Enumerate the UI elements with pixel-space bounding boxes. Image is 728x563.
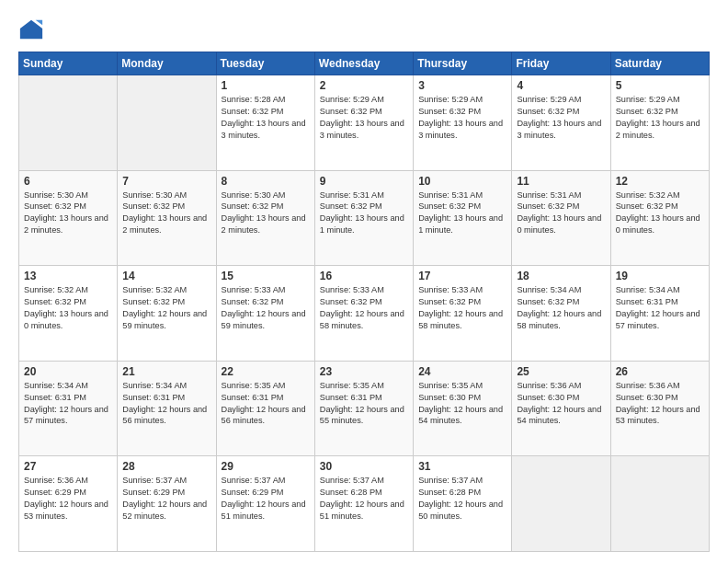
calendar-cell: 25Sunrise: 5:36 AM Sunset: 6:30 PM Dayli… <box>512 361 610 456</box>
day-info: Sunrise: 5:33 AM Sunset: 6:32 PM Dayligh… <box>222 284 311 332</box>
header-day: Wednesday <box>314 52 413 75</box>
calendar-cell: 26Sunrise: 5:36 AM Sunset: 6:30 PM Dayli… <box>610 361 709 456</box>
day-number: 26 <box>616 365 705 378</box>
day-number: 9 <box>320 175 409 188</box>
calendar: SundayMondayTuesdayWednesdayThursdayFrid… <box>18 52 710 552</box>
day-info: Sunrise: 5:32 AM Sunset: 6:32 PM Dayligh… <box>122 284 211 332</box>
page: SundayMondayTuesdayWednesdayThursdayFrid… <box>0 0 728 563</box>
day-number: 30 <box>320 460 409 473</box>
calendar-cell: 22Sunrise: 5:35 AM Sunset: 6:31 PM Dayli… <box>216 361 314 456</box>
day-number: 28 <box>122 460 211 473</box>
calendar-cell: 16Sunrise: 5:33 AM Sunset: 6:32 PM Dayli… <box>314 266 413 362</box>
day-number: 4 <box>517 79 606 92</box>
day-number: 18 <box>517 270 606 282</box>
day-info: Sunrise: 5:37 AM Sunset: 6:29 PM Dayligh… <box>122 475 211 523</box>
header-day: Sunday <box>19 52 118 75</box>
day-info: Sunrise: 5:29 AM Sunset: 6:32 PM Dayligh… <box>418 94 507 142</box>
day-number: 7 <box>122 175 211 188</box>
day-info: Sunrise: 5:35 AM Sunset: 6:30 PM Dayligh… <box>418 380 507 428</box>
day-info: Sunrise: 5:36 AM Sunset: 6:29 PM Dayligh… <box>24 475 113 523</box>
day-info: Sunrise: 5:37 AM Sunset: 6:29 PM Dayligh… <box>222 475 311 523</box>
header-row: SundayMondayTuesdayWednesdayThursdayFrid… <box>19 52 710 75</box>
day-number: 19 <box>616 270 705 282</box>
day-number: 29 <box>222 460 311 473</box>
calendar-cell: 4Sunrise: 5:29 AM Sunset: 6:32 PM Daylig… <box>512 75 610 171</box>
calendar-cell: 23Sunrise: 5:35 AM Sunset: 6:31 PM Dayli… <box>314 361 413 456</box>
day-number: 25 <box>517 365 606 378</box>
day-number: 23 <box>320 365 409 378</box>
day-info: Sunrise: 5:37 AM Sunset: 6:28 PM Dayligh… <box>320 475 409 523</box>
calendar-cell <box>118 75 216 171</box>
day-info: Sunrise: 5:31 AM Sunset: 6:32 PM Dayligh… <box>320 190 409 237</box>
day-info: Sunrise: 5:31 AM Sunset: 6:32 PM Dayligh… <box>418 190 507 237</box>
day-number: 20 <box>24 365 113 378</box>
day-number: 24 <box>418 365 507 378</box>
day-info: Sunrise: 5:29 AM Sunset: 6:32 PM Dayligh… <box>616 94 705 142</box>
calendar-cell: 20Sunrise: 5:34 AM Sunset: 6:31 PM Dayli… <box>19 361 118 456</box>
day-info: Sunrise: 5:32 AM Sunset: 6:32 PM Dayligh… <box>24 284 113 332</box>
calendar-cell: 2Sunrise: 5:29 AM Sunset: 6:32 PM Daylig… <box>314 75 413 171</box>
day-info: Sunrise: 5:36 AM Sunset: 6:30 PM Dayligh… <box>517 380 606 428</box>
day-info: Sunrise: 5:30 AM Sunset: 6:32 PM Dayligh… <box>24 190 113 237</box>
calendar-cell: 3Sunrise: 5:29 AM Sunset: 6:32 PM Daylig… <box>414 75 512 171</box>
calendar-cell: 27Sunrise: 5:36 AM Sunset: 6:29 PM Dayli… <box>19 456 118 552</box>
day-info: Sunrise: 5:34 AM Sunset: 6:31 PM Dayligh… <box>616 284 705 332</box>
calendar-cell: 14Sunrise: 5:32 AM Sunset: 6:32 PM Dayli… <box>118 266 216 362</box>
day-info: Sunrise: 5:29 AM Sunset: 6:32 PM Dayligh… <box>517 94 606 142</box>
calendar-header: SundayMondayTuesdayWednesdayThursdayFrid… <box>19 52 710 75</box>
day-info: Sunrise: 5:32 AM Sunset: 6:32 PM Dayligh… <box>616 190 705 237</box>
calendar-cell <box>610 456 709 552</box>
calendar-cell: 17Sunrise: 5:33 AM Sunset: 6:32 PM Dayli… <box>414 266 512 362</box>
day-number: 21 <box>122 365 211 378</box>
header-day: Tuesday <box>216 52 314 75</box>
day-number: 15 <box>222 270 311 282</box>
header-day: Monday <box>118 52 216 75</box>
header-day: Thursday <box>414 52 512 75</box>
day-number: 8 <box>222 175 311 188</box>
calendar-cell: 10Sunrise: 5:31 AM Sunset: 6:32 PM Dayli… <box>414 170 512 266</box>
day-number: 12 <box>616 175 705 188</box>
calendar-cell: 1Sunrise: 5:28 AM Sunset: 6:32 PM Daylig… <box>216 75 314 171</box>
day-info: Sunrise: 5:37 AM Sunset: 6:28 PM Dayligh… <box>418 475 507 523</box>
day-number: 11 <box>517 175 606 188</box>
day-number: 6 <box>24 175 113 188</box>
calendar-cell: 18Sunrise: 5:34 AM Sunset: 6:32 PM Dayli… <box>512 266 610 362</box>
header-day: Friday <box>512 52 610 75</box>
header <box>18 17 710 42</box>
calendar-cell <box>19 75 118 171</box>
day-number: 27 <box>24 460 113 473</box>
day-number: 1 <box>222 79 311 92</box>
day-info: Sunrise: 5:29 AM Sunset: 6:32 PM Dayligh… <box>320 94 409 142</box>
day-info: Sunrise: 5:30 AM Sunset: 6:32 PM Dayligh… <box>122 190 211 237</box>
day-info: Sunrise: 5:34 AM Sunset: 6:31 PM Dayligh… <box>122 380 211 428</box>
day-number: 3 <box>418 79 507 92</box>
calendar-cell: 28Sunrise: 5:37 AM Sunset: 6:29 PM Dayli… <box>118 456 216 552</box>
day-info: Sunrise: 5:34 AM Sunset: 6:32 PM Dayligh… <box>517 284 606 332</box>
day-info: Sunrise: 5:30 AM Sunset: 6:32 PM Dayligh… <box>222 190 311 237</box>
calendar-week-row: 1Sunrise: 5:28 AM Sunset: 6:32 PM Daylig… <box>19 75 710 171</box>
calendar-cell: 29Sunrise: 5:37 AM Sunset: 6:29 PM Dayli… <box>216 456 314 552</box>
calendar-week-row: 13Sunrise: 5:32 AM Sunset: 6:32 PM Dayli… <box>19 266 710 362</box>
calendar-cell: 12Sunrise: 5:32 AM Sunset: 6:32 PM Dayli… <box>610 170 709 266</box>
calendar-cell: 15Sunrise: 5:33 AM Sunset: 6:32 PM Dayli… <box>216 266 314 362</box>
calendar-cell: 5Sunrise: 5:29 AM Sunset: 6:32 PM Daylig… <box>610 75 709 171</box>
day-number: 17 <box>418 270 507 282</box>
calendar-cell: 24Sunrise: 5:35 AM Sunset: 6:30 PM Dayli… <box>414 361 512 456</box>
calendar-week-row: 20Sunrise: 5:34 AM Sunset: 6:31 PM Dayli… <box>19 361 710 456</box>
day-info: Sunrise: 5:36 AM Sunset: 6:30 PM Dayligh… <box>616 380 705 428</box>
day-number: 10 <box>418 175 507 188</box>
day-number: 31 <box>418 460 507 473</box>
day-number: 5 <box>616 79 705 92</box>
svg-marker-0 <box>20 20 42 40</box>
day-number: 22 <box>222 365 311 378</box>
calendar-cell: 13Sunrise: 5:32 AM Sunset: 6:32 PM Dayli… <box>19 266 118 362</box>
day-number: 16 <box>320 270 409 282</box>
logo <box>18 17 48 42</box>
day-number: 14 <box>122 270 211 282</box>
calendar-cell: 31Sunrise: 5:37 AM Sunset: 6:28 PM Dayli… <box>414 456 512 552</box>
calendar-cell <box>512 456 610 552</box>
logo-icon <box>18 17 44 42</box>
calendar-week-row: 27Sunrise: 5:36 AM Sunset: 6:29 PM Dayli… <box>19 456 710 552</box>
calendar-cell: 6Sunrise: 5:30 AM Sunset: 6:32 PM Daylig… <box>19 170 118 266</box>
calendar-cell: 11Sunrise: 5:31 AM Sunset: 6:32 PM Dayli… <box>512 170 610 266</box>
